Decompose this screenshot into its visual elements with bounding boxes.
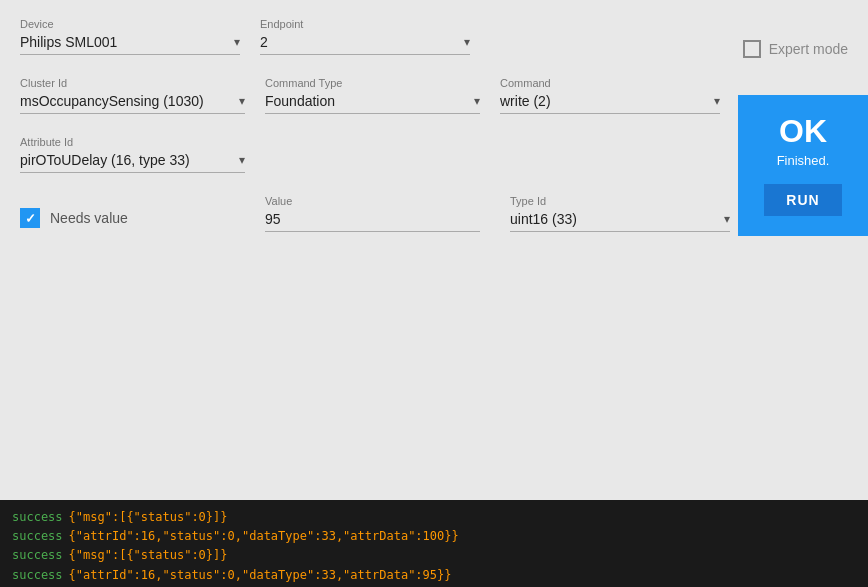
- console-status-4: success: [12, 566, 63, 585]
- value-input[interactable]: 95: [265, 211, 480, 232]
- row-attributeid: Attribute Id pirOToUDelay (16, type 33) …: [20, 136, 848, 173]
- expert-mode-area: Expert mode: [743, 40, 848, 58]
- console-status-3: success: [12, 546, 63, 565]
- attributeid-field-group: Attribute Id pirOToUDelay (16, type 33) …: [20, 136, 245, 173]
- value-label: Value: [265, 195, 480, 207]
- clusterid-field-group: Cluster Id msOccupancySensing (1030) ▾: [20, 77, 245, 114]
- value-value: 95: [265, 211, 281, 227]
- clusterid-value: msOccupancySensing (1030): [20, 93, 204, 109]
- endpoint-value: 2: [260, 34, 268, 50]
- attributeid-value: pirOToUDelay (16, type 33): [20, 152, 190, 168]
- commandtype-field-group: Command Type Foundation ▾: [265, 77, 480, 114]
- console-json-3: {"msg":[{"status":0}]}: [69, 546, 228, 565]
- main-area: Expert mode Device Philips SML001 ▾ Endp…: [0, 0, 868, 500]
- row-value-typeid: Needs value Value 95 Type Id uint16 (33)…: [20, 195, 848, 232]
- endpoint-label: Endpoint: [260, 18, 470, 30]
- console-json-2: {"attrId":16,"status":0,"dataType":33,"a…: [69, 527, 459, 546]
- console-line-3: success {"msg":[{"status":0}]}: [12, 546, 856, 565]
- run-button[interactable]: RUN: [764, 184, 841, 216]
- commandtype-dropdown-arrow: ▾: [474, 94, 480, 108]
- row-cluster-command: Cluster Id msOccupancySensing (1030) ▾ C…: [20, 77, 848, 114]
- typeid-label: Type Id: [510, 195, 730, 207]
- console-json-1: {"msg":[{"status":0}]}: [69, 508, 228, 527]
- device-value: Philips SML001: [20, 34, 117, 50]
- attributeid-dropdown[interactable]: pirOToUDelay (16, type 33) ▾: [20, 152, 245, 173]
- needs-value-checkbox[interactable]: [20, 208, 40, 228]
- device-label: Device: [20, 18, 240, 30]
- commandtype-dropdown[interactable]: Foundation ▾: [265, 93, 480, 114]
- needs-value-container: Needs value: [20, 208, 265, 232]
- ok-title: OK: [779, 115, 827, 147]
- command-label: Command: [500, 77, 720, 89]
- command-dropdown[interactable]: write (2) ▾: [500, 93, 720, 114]
- attributeid-dropdown-arrow: ▾: [239, 153, 245, 167]
- console-line-4: success {"attrId":16,"status":0,"dataTyp…: [12, 566, 856, 585]
- typeid-dropdown-arrow: ▾: [724, 212, 730, 226]
- command-dropdown-arrow: ▾: [714, 94, 720, 108]
- typeid-field-group: Type Id uint16 (33) ▾: [510, 195, 730, 232]
- clusterid-dropdown[interactable]: msOccupancySensing (1030) ▾: [20, 93, 245, 114]
- clusterid-label: Cluster Id: [20, 77, 245, 89]
- device-dropdown-arrow: ▾: [234, 35, 240, 49]
- console-area: success {"msg":[{"status":0}]} success {…: [0, 500, 868, 587]
- commandtype-value: Foundation: [265, 93, 335, 109]
- ok-subtitle: Finished.: [777, 153, 830, 168]
- expert-mode-checkbox[interactable]: [743, 40, 761, 58]
- ok-panel: OK Finished. RUN: [738, 95, 868, 236]
- endpoint-dropdown[interactable]: 2 ▾: [260, 34, 470, 55]
- command-value: write (2): [500, 93, 551, 109]
- value-field-group: Value 95: [265, 195, 480, 232]
- console-line-1: success {"msg":[{"status":0}]}: [12, 508, 856, 527]
- console-json-4: {"attrId":16,"status":0,"dataType":33,"a…: [69, 566, 452, 585]
- attributeid-label: Attribute Id: [20, 136, 245, 148]
- commandtype-label: Command Type: [265, 77, 480, 89]
- typeid-value: uint16 (33): [510, 211, 577, 227]
- console-status-1: success: [12, 508, 63, 527]
- console-status-2: success: [12, 527, 63, 546]
- needs-value-label: Needs value: [50, 210, 128, 226]
- console-line-2: success {"attrId":16,"status":0,"dataTyp…: [12, 527, 856, 546]
- command-field-group: Command write (2) ▾: [500, 77, 720, 114]
- expert-mode-label: Expert mode: [769, 41, 848, 57]
- typeid-dropdown[interactable]: uint16 (33) ▾: [510, 211, 730, 232]
- endpoint-field-group: Endpoint 2 ▾: [260, 18, 470, 55]
- device-dropdown[interactable]: Philips SML001 ▾: [20, 34, 240, 55]
- device-field-group: Device Philips SML001 ▾: [20, 18, 240, 55]
- row-device-endpoint: Device Philips SML001 ▾ Endpoint 2 ▾: [20, 18, 848, 55]
- clusterid-dropdown-arrow: ▾: [239, 94, 245, 108]
- endpoint-dropdown-arrow: ▾: [464, 35, 470, 49]
